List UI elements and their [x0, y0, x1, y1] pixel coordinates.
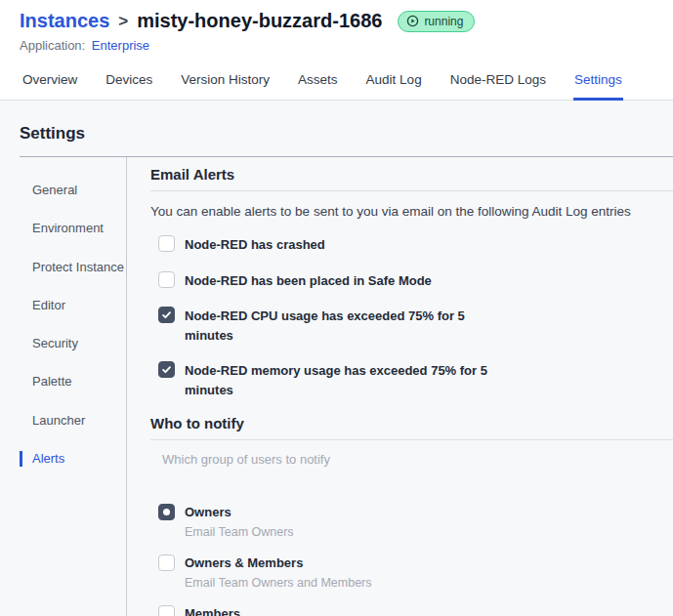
settings-content: GeneralEnvironmentProtect InstanceEditor…: [0, 157, 673, 616]
who-to-notify-title: Who to notify: [150, 415, 673, 431]
tab-node-red-logs[interactable]: Node-RED Logs: [449, 65, 547, 101]
who-to-notify-section: Who to notify Which group of users to no…: [150, 415, 673, 616]
checkbox[interactable]: [158, 271, 175, 288]
sidebar-item-protect-instance[interactable]: Protect Instance: [20, 260, 126, 275]
tab-assets[interactable]: Assets: [297, 65, 339, 101]
checkbox[interactable]: [158, 307, 175, 323]
application-link[interactable]: Enterprise: [92, 38, 149, 53]
tab-label: Version History: [181, 72, 270, 87]
alert-option-label: Node-RED has crashed: [185, 235, 325, 255]
page-title: Settings: [20, 124, 673, 144]
settings-sidebar: GeneralEnvironmentProtect InstanceEditor…: [20, 157, 127, 616]
section-divider: [150, 190, 673, 191]
sidebar-item-label: Palette: [32, 374, 71, 389]
sidebar-item-editor[interactable]: Editor: [20, 298, 126, 313]
notify-option-owners[interactable]: Owners Email Team Owners: [158, 503, 673, 539]
alert-option-node-red-has-been-placed-in-safe-mode[interactable]: Node-RED has been placed in Safe Mode: [158, 270, 673, 291]
checkbox[interactable]: [158, 361, 175, 378]
status-badge-label: running: [424, 15, 463, 28]
section-divider: [150, 439, 673, 440]
tab-label: Node-RED Logs: [450, 72, 546, 87]
application-label: Application:: [20, 38, 85, 53]
email-alerts-title: Email Alerts: [150, 166, 673, 183]
breadcrumb-separator: >: [118, 12, 128, 31]
notify-option-description: Email Team Owners and Members: [185, 576, 372, 590]
alert-option-node-red-has-crashed[interactable]: Node-RED has crashed: [158, 234, 673, 255]
radio-button[interactable]: [158, 605, 175, 616]
sidebar-item-label: Alerts: [32, 451, 64, 466]
notify-hint: Which group of users to notify: [162, 452, 673, 467]
sidebar-item-alerts[interactable]: Alerts: [20, 451, 126, 467]
alert-option-label: Node-RED memory usage has exceeded 75% f…: [185, 361, 497, 399]
sidebar-item-launcher[interactable]: Launcher: [20, 413, 126, 429]
alert-option-node-red-cpu-usage-has-exceeded-75-for-5-minutes[interactable]: Node-RED CPU usage has exceeded 75% for …: [158, 306, 673, 345]
notify-option-members[interactable]: Members Email Team Members: [158, 604, 673, 616]
tab-overview[interactable]: Overview: [21, 65, 78, 101]
breadcrumb-instances-link[interactable]: Instances: [20, 10, 109, 32]
sidebar-item-general[interactable]: General: [20, 183, 126, 198]
breadcrumb: Instances > misty-honey-buzzard-1686 run…: [20, 10, 653, 32]
alert-options-list: Node-RED has crashed Node-RED has been p…: [150, 234, 673, 399]
tab-devices[interactable]: Devices: [105, 65, 153, 101]
tab-label: Audit Log: [366, 72, 422, 87]
sidebar-item-label: Protect Instance: [32, 260, 124, 274]
radio-button[interactable]: [158, 504, 175, 520]
radio-dot-icon: [163, 509, 170, 515]
sidebar-item-label: Security: [32, 336, 78, 350]
settings-page: Settings GeneralEnvironmentProtect Insta…: [0, 124, 673, 616]
checkmark-icon: [161, 309, 172, 320]
checkbox[interactable]: [158, 235, 175, 252]
settings-main: Email Alerts You can enable alerts to be…: [127, 157, 673, 616]
tab-version-history[interactable]: Version History: [180, 65, 271, 101]
instance-name: misty-honey-buzzard-1686: [137, 10, 382, 32]
sidebar-item-label: Launcher: [32, 413, 85, 428]
sidebar-item-label: Environment: [32, 221, 104, 235]
alert-option-label: Node-RED CPU usage has exceeded 75% for …: [185, 307, 497, 345]
sidebar-item-palette[interactable]: Palette: [20, 374, 126, 390]
instance-tabs: OverviewDevicesVersion HistoryAssetsAudi…: [0, 65, 673, 101]
sidebar-item-environment[interactable]: Environment: [20, 221, 126, 236]
checkmark-icon: [161, 364, 172, 375]
alert-option-node-red-memory-usage-has-exceeded-75-for-5-minutes[interactable]: Node-RED memory usage has exceeded 75% f…: [158, 360, 673, 399]
play-circle-icon: [406, 15, 419, 27]
radio-button[interactable]: [158, 554, 175, 571]
notify-option-description: Email Team Owners: [185, 525, 294, 539]
sidebar-item-security[interactable]: Security: [20, 336, 126, 351]
page-header: Instances > misty-honey-buzzard-1686 run…: [0, 0, 673, 101]
notify-option-label: Owners: [185, 504, 294, 521]
sidebar-item-label: General: [32, 183, 77, 197]
tab-label: Devices: [105, 72, 152, 87]
sidebar-item-label: Editor: [32, 298, 65, 312]
notify-option-owners-members[interactable]: Owners & Members Email Team Owners and M…: [158, 554, 673, 590]
tab-audit-log[interactable]: Audit Log: [365, 65, 423, 101]
alert-option-label: Node-RED has been placed in Safe Mode: [185, 271, 432, 291]
tab-label: Settings: [574, 72, 622, 87]
status-badge: running: [398, 11, 475, 32]
application-row: Application: Enterprise: [20, 38, 653, 53]
notify-options-list: Owners Email Team Owners Owners & Member…: [150, 503, 673, 616]
email-alerts-section: Email Alerts You can enable alerts to be…: [150, 166, 673, 399]
email-alerts-description: You can enable alerts to be sent to you …: [150, 204, 673, 219]
notify-option-label: Members: [185, 605, 303, 616]
tab-settings[interactable]: Settings: [573, 65, 623, 101]
tab-label: Assets: [298, 72, 338, 87]
notify-option-label: Owners & Members: [185, 554, 372, 572]
tab-label: Overview: [22, 72, 77, 87]
